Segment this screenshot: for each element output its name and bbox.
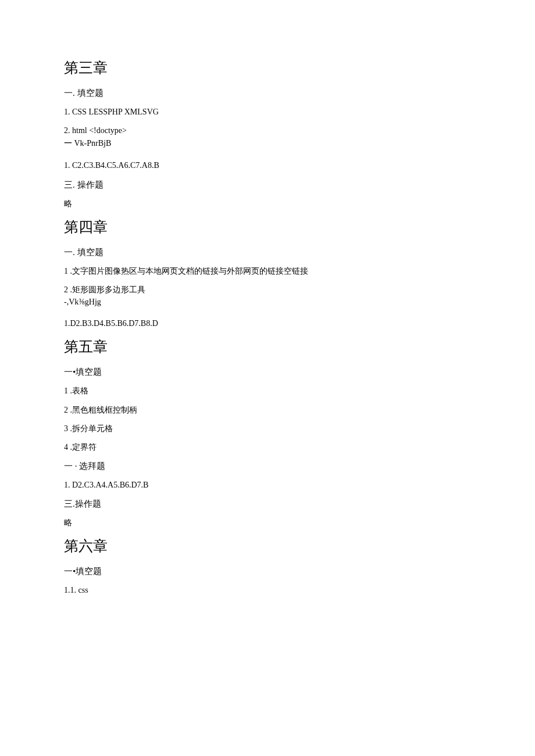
ch3-fill-heading: 一. 填空题 [64,88,471,99]
ch5-omit: 略 [64,518,471,528]
ch3-q1: 1. CSS LESSPHP XMLSVG [64,107,471,117]
ch5-q4: 4 .定界符 [64,442,471,453]
ch4-fill-heading: 一. 填空题 [64,247,471,258]
ch6-q1: 1.1. css [64,585,471,596]
ch3-omit: 略 [64,199,471,209]
ch3-ops-heading: 三. 操作题 [64,180,471,191]
ch5-ops-heading: 三.操作题 [64,499,471,510]
ch4-q2: 2 .矩形圆形多边形工具 [64,285,471,295]
ch5-fill-heading: 一•填空题 [64,367,471,378]
ch6-fill-heading: 一•填空题 [64,566,471,577]
ch3-garbled: 一 Vk-PnrBjB [64,138,471,149]
ch5-q2: 2 .黑色粗线框控制柄 [64,405,471,415]
chapter-6-title: 第六章 [64,536,471,556]
chapter-3-title: 第三章 [64,58,471,77]
ch5-choice-heading: 一 · 选拜题 [64,461,471,472]
ch4-mc: 1.D2.B3.D4.B5.B6.D7.B8.D [64,318,471,329]
ch4-garbled: -,Vk⅜gHjg [64,298,471,307]
ch4-q1: 1 .文字图片图像热区与本地网页文档的链接与外部网页的链接空链接 [64,266,471,277]
ch5-q3: 3 .拆分单元格 [64,424,471,434]
chapter-5-title: 第五章 [64,337,471,356]
ch3-q2: 2. html <!doctype> [64,126,471,136]
ch3-mc: 1. C2.C3.B4.C5.A6.C7.A8.B [64,160,471,171]
chapter-4-title: 第四章 [64,217,471,237]
ch5-q1: 1 .表格 [64,386,471,396]
ch5-mc: 1. D2.C3.A4.A5.B6.D7.B [64,480,471,490]
